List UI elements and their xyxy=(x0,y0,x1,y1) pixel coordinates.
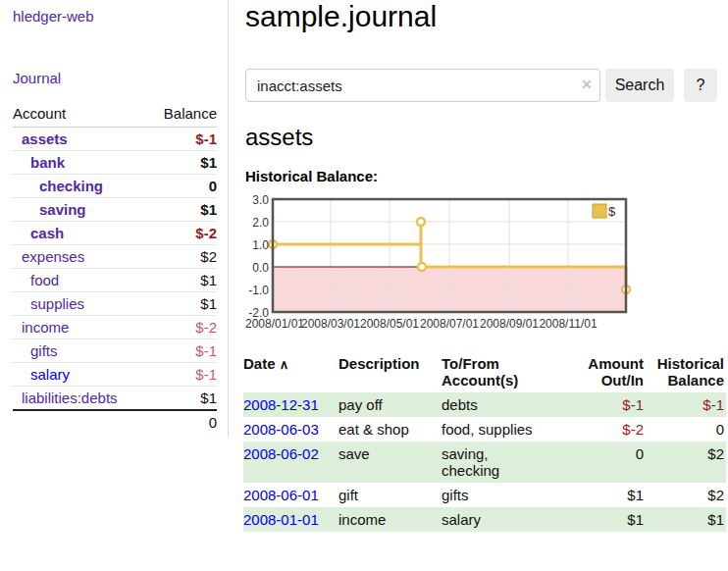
transaction-date-link[interactable]: 2008-06-03 xyxy=(243,421,319,438)
account-row: checking 0 xyxy=(13,175,217,198)
account-column-header: Account xyxy=(13,102,148,128)
app-brand-link[interactable]: hledger-web xyxy=(13,8,94,25)
svg-text:2008/05/01: 2008/05/01 xyxy=(360,317,419,331)
account-link-expenses[interactable]: expenses xyxy=(22,248,84,265)
search-button[interactable]: Search xyxy=(605,69,674,102)
sidebar: hledger-web Journal Account Balance asse… xyxy=(0,0,229,438)
transaction-amount: $1 xyxy=(579,507,646,532)
transaction-accounts: gifts xyxy=(442,483,579,507)
transaction-accounts: food, supplies xyxy=(442,417,579,441)
date-header-label: Date xyxy=(243,355,276,372)
transaction-accounts: debts xyxy=(442,392,579,417)
svg-text:2.0: 2.0 xyxy=(252,216,269,230)
accounts-total-row: 0 xyxy=(13,410,217,434)
balance-column-header: Balance xyxy=(148,102,217,128)
account-title: assets xyxy=(245,124,313,151)
transaction-row[interactable]: 2008-06-01 gift gifts $1 $2 xyxy=(243,483,726,507)
transaction-row[interactable]: 2008-06-03 eat & shop food, supplies $-2… xyxy=(243,417,726,441)
account-link-liabilities-debts[interactable]: liabilities:debts xyxy=(22,389,118,406)
transaction-description: save xyxy=(338,441,442,483)
transaction-accounts: salary xyxy=(442,507,579,532)
transaction-description: pay off xyxy=(338,392,442,417)
transaction-row[interactable]: 2008-12-31 pay off debts $-1 $-1 xyxy=(243,392,726,417)
accounts-column-header: To/From Account(s) xyxy=(442,351,579,392)
svg-text:2008/03/01: 2008/03/01 xyxy=(301,317,360,331)
transaction-accounts: saving, checking xyxy=(442,441,579,483)
journal-nav-link[interactable]: Journal xyxy=(13,70,61,86)
account-row: assets $-1 xyxy=(13,128,217,151)
transaction-amount: 0 xyxy=(579,441,646,483)
account-balance: $-1 xyxy=(148,339,217,363)
register-table: Date ∧ Description To/From Account(s) Am… xyxy=(243,351,726,532)
transaction-date-link[interactable]: 2008-01-01 xyxy=(243,511,319,528)
account-link-gifts[interactable]: gifts xyxy=(30,342,58,359)
transaction-amount: $-2 xyxy=(579,417,646,441)
account-row: expenses $2 xyxy=(13,245,217,269)
account-row: cash $-2 xyxy=(13,222,217,245)
svg-text:2008/01/01: 2008/01/01 xyxy=(245,317,304,331)
account-balance: $-1 xyxy=(148,128,217,151)
account-balance: 0 xyxy=(148,175,217,198)
account-balance: $1 xyxy=(148,198,217,222)
svg-text:3.0: 3.0 xyxy=(252,193,269,207)
transaction-date-link[interactable]: 2008-06-01 xyxy=(243,487,319,503)
account-link-bank[interactable]: bank xyxy=(30,154,65,171)
account-balance: $1 xyxy=(148,292,217,316)
account-link-income[interactable]: income xyxy=(22,319,69,336)
accounts-table: Account Balance assets $-1 bank $1 check… xyxy=(13,102,217,434)
transaction-date-link[interactable]: 2008-06-02 xyxy=(243,445,319,462)
svg-text:2008/07/01: 2008/07/01 xyxy=(420,317,479,331)
account-link-cash[interactable]: cash xyxy=(30,225,64,241)
transaction-balance: $2 xyxy=(646,483,726,507)
description-column-header: Description xyxy=(338,351,442,392)
accounts-total-value: 0 xyxy=(148,410,217,434)
account-row: income $-2 xyxy=(13,316,217,339)
sort-ascending-icon: ∧ xyxy=(280,357,289,372)
svg-text:1.0: 1.0 xyxy=(252,238,269,252)
help-button[interactable]: ? xyxy=(684,69,717,102)
transaction-balance: 0 xyxy=(646,417,726,441)
transaction-amount: $1 xyxy=(579,483,646,507)
x-axis-ticks: 2008/01/01 2008/03/01 2008/05/01 2008/07… xyxy=(245,317,598,331)
account-link-checking[interactable]: checking xyxy=(39,178,103,194)
account-balance: $-2 xyxy=(148,222,217,245)
data-point-marker xyxy=(417,218,425,226)
account-balance: $-2 xyxy=(148,316,217,339)
transaction-date-link[interactable]: 2008-12-31 xyxy=(243,396,319,413)
account-row: food $1 xyxy=(13,269,217,292)
clear-search-icon[interactable]: ✕ xyxy=(581,77,593,92)
account-link-assets[interactable]: assets xyxy=(22,130,68,147)
transaction-row[interactable]: 2008-01-01 income salary $1 $1 xyxy=(243,507,726,532)
search-input[interactable] xyxy=(245,69,600,102)
svg-text:-1.0: -1.0 xyxy=(248,284,269,297)
transaction-balance: $-1 xyxy=(646,392,726,417)
transaction-description: gift xyxy=(338,483,442,507)
account-balance: $2 xyxy=(148,245,217,269)
account-link-food[interactable]: food xyxy=(30,272,59,288)
account-balance: $1 xyxy=(148,269,217,292)
svg-text:2008/11/01: 2008/11/01 xyxy=(539,317,597,331)
account-link-salary[interactable]: salary xyxy=(30,366,70,383)
account-row: bank $1 xyxy=(13,151,217,175)
accounts-header-row: Account Balance xyxy=(13,102,217,128)
account-link-saving[interactable]: saving xyxy=(39,201,86,218)
account-link-supplies[interactable]: supplies xyxy=(30,295,84,312)
transaction-description: eat & shop xyxy=(338,417,442,441)
balance-column-header: Historical Balance xyxy=(646,351,726,392)
transaction-row[interactable]: 2008-06-02 save saving, checking 0 $2 xyxy=(243,441,726,483)
account-row: supplies $1 xyxy=(13,292,217,316)
account-row: saving $1 xyxy=(13,198,217,222)
transaction-balance: $1 xyxy=(646,507,726,532)
account-row: liabilities:debts $1 xyxy=(13,387,217,411)
account-row: salary $-1 xyxy=(13,363,217,387)
account-row: gifts $-1 xyxy=(13,339,217,363)
historical-balance-chart[interactable]: $ 3.0 2.0 1.0 0.0 -1.0 -2.0 2008/01/01 2… xyxy=(243,192,655,339)
account-balance: $1 xyxy=(148,151,217,175)
account-balance: $-1 xyxy=(148,363,217,387)
y-axis-ticks: 3.0 2.0 1.0 0.0 -1.0 -2.0 xyxy=(248,193,269,320)
chart-svg: $ 3.0 2.0 1.0 0.0 -1.0 -2.0 2008/01/01 2… xyxy=(243,192,655,336)
svg-text:2008/09/01: 2008/09/01 xyxy=(480,317,539,331)
amount-column-header: Amount Out/In xyxy=(579,351,646,392)
svg-text:0.0: 0.0 xyxy=(252,261,269,275)
date-column-header[interactable]: Date ∧ xyxy=(243,351,338,392)
